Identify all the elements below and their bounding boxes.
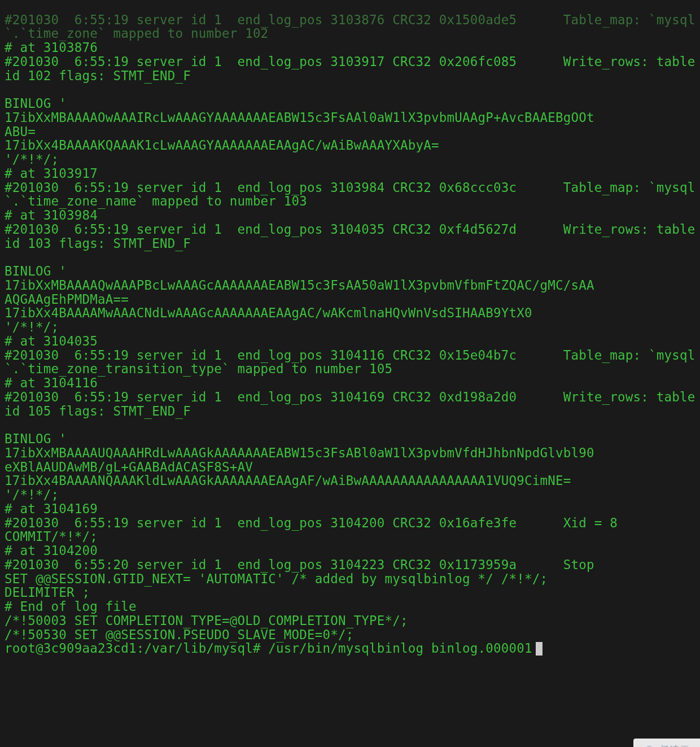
- terminal-line: #201030 6:55:19 server id 1 end_log_pos …: [5, 390, 700, 418]
- shell-prompt[interactable]: root@3c909aa23cd1:/var/lib/mysql# /usr/b…: [5, 641, 532, 656]
- terminal-line: /*!50003 SET COMPLETION_TYPE=@OLD_COMPLE…: [5, 613, 408, 628]
- terminal-line: BINLOG ': [5, 264, 67, 278]
- cloud-icon: [641, 744, 656, 748]
- terminal-line: 17ibXx4BAAAANQAAAKldLwAAAGkAAAAAAAEAAgAF…: [5, 473, 571, 488]
- terminal-line: 17ibXxMBAAAAOwAAAIRcLwAAAGYAAAAAAAEABW15…: [5, 110, 594, 125]
- terminal-line: # at 3104035: [5, 334, 98, 348]
- terminal-line: # at 3104200: [5, 543, 98, 558]
- terminal-line: '/*!*/;: [5, 487, 59, 502]
- cursor: [536, 642, 542, 656]
- watermark-text: 亿速云: [659, 745, 690, 748]
- terminal-line: COMMIT/*!*/;: [5, 529, 98, 544]
- terminal-line: #201030 6:55:20 server id 1 end_log_pos …: [5, 557, 594, 572]
- terminal-line: #201030 6:55:19 server id 1 end_log_pos …: [5, 54, 700, 83]
- terminal-line: '/*!*/;: [5, 320, 59, 334]
- terminal-line: AQGAAgEhPMDMaA==: [5, 292, 129, 307]
- page-root: #201030 6:55:19 server id 1 end_log_pos …: [0, 13, 700, 748]
- terminal-line: #201030 6:55:19 server id 1 end_log_pos …: [5, 12, 695, 41]
- terminal-line: # at 3103876: [5, 40, 98, 55]
- terminal-line: # at 3103917: [5, 166, 98, 181]
- terminal-line: # at 3104169: [5, 501, 98, 516]
- terminal-line: # End of log file: [5, 599, 137, 614]
- terminal-line: #201030 6:55:19 server id 1 end_log_pos …: [5, 516, 618, 530]
- terminal-line: DELIMITER ;: [5, 585, 90, 600]
- terminal-line: eXBlAAUDAwMB/gL+GAABAdACASF8S+AV: [5, 460, 253, 474]
- terminal-line: BINLOG ': [5, 431, 67, 446]
- terminal-line: 17ibXxMBAAAAQwAAAPBcLwAAAGcAAAAAAAEABW15…: [5, 278, 594, 292]
- terminal-line: /*!50530 SET @@SESSION.PSEUDO_SLAVE_MODE…: [5, 627, 354, 642]
- terminal-line: 17ibXx4BAAAAKQAAAK1cLwAAAGYAAAAAAAEAAgAC…: [5, 138, 439, 152]
- terminal-line: #201030 6:55:19 server id 1 end_log_pos …: [5, 222, 700, 251]
- terminal-line: 17ibXxMBAAAAUQAAAHRdLwAAAGkAAAAAAAEABW15…: [5, 445, 594, 460]
- terminal-line: BINLOG ': [5, 96, 67, 111]
- terminal-line: 17ibXx4BAAAAMwAAACNdLwAAAGcAAAAAAAEAAgAC…: [5, 305, 532, 320]
- terminal-line: '/*!*/;: [5, 152, 59, 167]
- terminal-line: # at 3104116: [5, 375, 98, 390]
- terminal-output[interactable]: #201030 6:55:19 server id 1 end_log_pos …: [0, 13, 700, 656]
- terminal-line: #201030 6:55:19 server id 1 end_log_pos …: [5, 180, 695, 209]
- watermark: 亿速云: [633, 739, 700, 748]
- terminal-line: ABU=: [5, 124, 36, 139]
- terminal-line: #201030 6:55:19 server id 1 end_log_pos …: [5, 348, 695, 377]
- terminal-line: # at 3103984: [5, 208, 98, 222]
- terminal-line: SET @@SESSION.GTID_NEXT= 'AUTOMATIC' /* …: [5, 571, 548, 586]
